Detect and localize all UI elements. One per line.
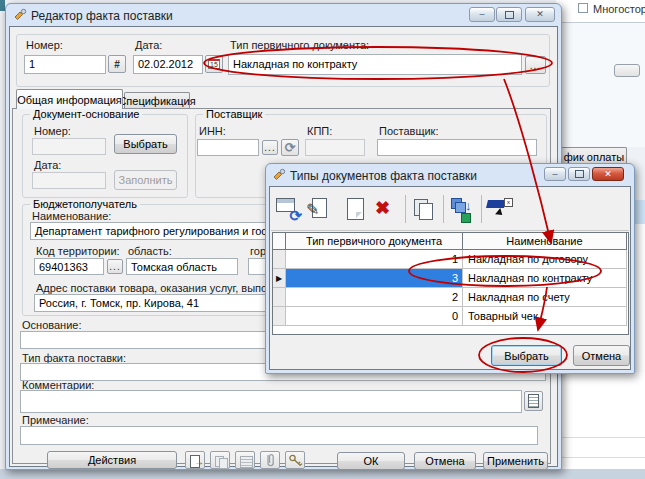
toolbar-separator-2 bbox=[443, 195, 444, 223]
order-cube-green bbox=[461, 213, 471, 223]
tab-specification-label: Спецификация bbox=[118, 95, 195, 107]
territory-picker-button[interactable]: ... bbox=[107, 259, 123, 274]
export-arrow-icon: → bbox=[194, 457, 204, 467]
order-icon[interactable]: ↓ bbox=[447, 195, 475, 223]
main-dialog-title: Редактор факта поставки bbox=[31, 9, 173, 23]
document-types-dialog: Типы документов факта поставки – ✕ ⟳ ✎ bbox=[265, 163, 635, 374]
key-button[interactable] bbox=[285, 451, 305, 469]
row-code-cell: 3 bbox=[286, 269, 463, 288]
tab-specification[interactable]: Спецификация bbox=[124, 92, 190, 109]
basis-number-field bbox=[32, 138, 106, 155]
types-maximize-button[interactable] bbox=[568, 167, 590, 181]
number-picker-button[interactable]: # bbox=[108, 55, 126, 73]
row-name-cell: Накладная по договору bbox=[463, 250, 627, 269]
refresh-icon[interactable]: ⟳ bbox=[274, 195, 302, 223]
row-marker-cell bbox=[273, 250, 286, 269]
background-below-dialog bbox=[556, 372, 645, 469]
comments-field[interactable] bbox=[20, 390, 522, 413]
calendar-button[interactable]: 15 bbox=[205, 55, 223, 73]
header-name-column[interactable]: Наименование bbox=[463, 233, 627, 250]
multilateral-checkbox[interactable] bbox=[578, 3, 588, 13]
doc-basis-group-title: Документ-основание bbox=[30, 109, 142, 120]
delete-icon[interactable]: ✖ bbox=[371, 195, 399, 223]
create-doc-fold bbox=[356, 212, 362, 218]
types-minimize-button[interactable]: – bbox=[544, 167, 566, 181]
doc-type-label: Тип первичного документа: bbox=[230, 39, 369, 51]
cancel-button[interactable]: Отмена bbox=[414, 452, 476, 470]
basis-text-label: Основание: bbox=[22, 319, 81, 331]
doc-type-field[interactable]: Накладная по контракту bbox=[228, 54, 522, 75]
apply-button[interactable]: Применить bbox=[483, 452, 548, 470]
save-icon bbox=[240, 456, 253, 468]
table-row[interactable]: 1 Накладная по договору bbox=[273, 250, 628, 269]
row-name-cell: Товарный чек bbox=[463, 307, 627, 326]
header-type-column[interactable]: Тип первичного документа bbox=[286, 233, 463, 250]
inn-field[interactable] bbox=[197, 139, 259, 156]
tab-general-info[interactable]: Общая информация bbox=[16, 89, 123, 109]
inn-refresh-button[interactable]: ⟳ bbox=[281, 139, 299, 156]
save-button bbox=[235, 451, 255, 469]
background-minimize-button[interactable] bbox=[614, 64, 640, 77]
basis-date-label: Дата: bbox=[34, 159, 61, 171]
inn-picker-button[interactable]: ... bbox=[262, 140, 278, 155]
territory-code-label: Код территории: bbox=[36, 245, 120, 257]
note-field[interactable] bbox=[20, 426, 538, 445]
address-label: Адрес поставки товара, оказания услуг, в… bbox=[36, 282, 304, 294]
table-row[interactable]: 0 Товарный чек bbox=[273, 307, 628, 326]
minimize-button[interactable]: – bbox=[469, 7, 495, 22]
inn-label: ИНН: bbox=[199, 125, 226, 137]
types-close-button[interactable]: ✕ bbox=[592, 167, 624, 181]
export-button[interactable]: → bbox=[185, 451, 205, 469]
row-marker-cell bbox=[273, 307, 286, 326]
row-name-cell: Накладная по счету bbox=[463, 288, 627, 307]
background-line-1 bbox=[556, 437, 645, 438]
number-field[interactable]: 1 bbox=[24, 55, 106, 74]
basis-date-field bbox=[32, 172, 106, 189]
kpp-field bbox=[305, 139, 365, 156]
maximize-button[interactable] bbox=[496, 7, 522, 22]
edit-pencil-glyph: ✎ bbox=[306, 202, 319, 218]
ok-button[interactable]: ОК bbox=[337, 452, 405, 470]
copy-button bbox=[210, 451, 230, 469]
types-app-icon bbox=[272, 168, 286, 182]
date-field[interactable]: 02.02.2012 bbox=[133, 55, 203, 74]
filter-flag-glyph bbox=[486, 200, 506, 208]
actions-button[interactable]: Действия bbox=[47, 451, 177, 469]
create-icon[interactable] bbox=[341, 195, 369, 223]
copy-icon[interactable] bbox=[409, 195, 437, 223]
types-maximize-glyph bbox=[575, 170, 584, 178]
types-cancel-button[interactable]: Отмена bbox=[573, 345, 630, 366]
background-tab-label: фик оплаты bbox=[564, 151, 624, 163]
date-label: Дата: bbox=[135, 39, 162, 51]
filter-x-box: x bbox=[504, 198, 513, 207]
close-button[interactable]: ✕ bbox=[525, 7, 555, 22]
types-table: Тип первичного документа Наименование 1 … bbox=[272, 232, 629, 335]
filter-icon[interactable]: x bbox=[485, 195, 513, 223]
filter-cursor-glyph bbox=[495, 208, 505, 218]
doc-type-picker-button[interactable]: ... bbox=[525, 56, 546, 74]
types-toolbar: ⟳ ✎ ✖ bbox=[271, 189, 629, 231]
toolbar-separator-1 bbox=[405, 195, 406, 223]
basis-number-label: Номер: bbox=[34, 125, 71, 137]
comments-note-button[interactable] bbox=[524, 391, 543, 411]
paperclip-icon bbox=[263, 453, 277, 468]
calendar-icon: 15 bbox=[208, 59, 220, 69]
refresh-arrows-glyph: ⟳ bbox=[289, 208, 302, 223]
supplier-field[interactable] bbox=[377, 139, 537, 156]
region-field[interactable]: Томская область bbox=[126, 258, 238, 275]
delete-x-glyph: ✖ bbox=[375, 199, 390, 217]
territory-code-field[interactable]: 69401363 bbox=[34, 258, 104, 275]
note-icon bbox=[528, 394, 539, 408]
row-marker-cell bbox=[273, 288, 286, 307]
edit-icon[interactable]: ✎ bbox=[304, 195, 332, 223]
tab-general-info-label: Общая информация bbox=[17, 94, 122, 106]
background-line-2 bbox=[556, 457, 645, 458]
row-code-cell: 2 bbox=[286, 288, 463, 307]
attachment-button bbox=[260, 451, 280, 469]
supplier-label: Поставщик: bbox=[379, 125, 438, 137]
basis-choose-button[interactable]: Выбрать bbox=[114, 134, 177, 154]
choose-button[interactable]: Выбрать bbox=[491, 345, 562, 366]
types-table-header: Тип первичного документа Наименование bbox=[273, 233, 628, 250]
table-row[interactable]: 2 Накладная по счету bbox=[273, 288, 628, 307]
table-row-selected[interactable]: ▶ 3 Накладная по контракту bbox=[273, 269, 628, 288]
